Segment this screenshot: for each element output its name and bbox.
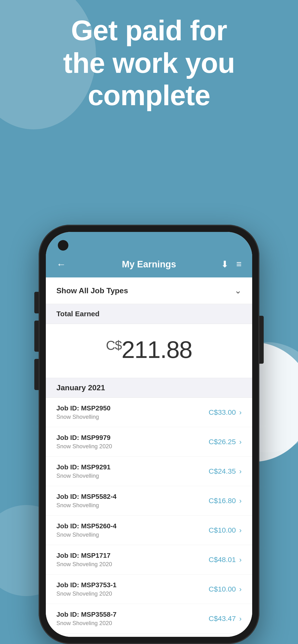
job-item-right: C$26.25 › — [209, 438, 242, 446]
job-chevron-icon: › — [239, 438, 242, 446]
job-list-item[interactable]: Job ID: MSP5582-4 Snow Shovelling C$16.8… — [46, 486, 252, 516]
job-type: Snow Shoveling 2020 — [56, 561, 112, 568]
job-list-item[interactable]: Job ID: MSP3558-7 Snow Shoveling 2020 C$… — [46, 604, 252, 634]
job-id: Job ID: MSP5582-4 — [56, 493, 117, 500]
hero-line2: the work you — [63, 47, 235, 79]
job-chevron-icon: › — [239, 585, 242, 593]
job-chevron-icon: › — [239, 497, 242, 505]
hero-line3: complete — [88, 80, 210, 111]
job-item-right: C$43.47 › — [209, 614, 242, 623]
currency-symbol: C$ — [106, 338, 122, 352]
job-item-right: C$48.01 › — [209, 556, 242, 564]
job-item-left: Job ID: MSP5260-4 Snow Shovelling — [56, 522, 117, 538]
job-type: Snow Shovelling — [56, 472, 111, 479]
volume-mute-button — [34, 292, 39, 314]
job-item-left: Job ID: MSP9291 Snow Shovelling — [56, 463, 111, 479]
job-list-item[interactable]: Job ID: MSP1717 Snow Shoveling 2020 C$48… — [46, 545, 252, 574]
month-header: January 2021 — [46, 378, 252, 398]
job-amount: C$33.00 — [209, 408, 236, 416]
job-item-left: Job ID: MSP9979 Snow Shoveling 2020 — [56, 434, 112, 450]
job-id: Job ID: MSP9291 — [56, 463, 111, 471]
job-id: Job ID: MSP5260-4 — [56, 522, 117, 530]
job-list-item[interactable]: Job ID: MSP9291 Snow Shovelling C$24.35 … — [46, 457, 252, 486]
job-item-left: Job ID: MSP3753-1 Snow Shoveling 2020 — [56, 581, 117, 597]
job-type: Snow Shoveling 2020 — [56, 443, 112, 450]
volume-down-button — [34, 359, 39, 390]
job-item-left: Job ID: MSP2950 Snow Shovelling — [56, 404, 111, 420]
job-id: Job ID: MSP2950 — [56, 404, 111, 412]
job-item-left: Job ID: MSP3558-7 Snow Shoveling 2020 — [56, 611, 117, 626]
total-earned-value: 211.88 — [122, 336, 192, 363]
job-id: Job ID: MSP1717 — [56, 552, 112, 560]
job-item-left: Job ID: MSP5582-4 Snow Shovelling — [56, 493, 117, 509]
job-item-right: C$10.00 › — [209, 526, 242, 534]
phone-screen: ← My Earnings ⬇ ≡ Show All Job Types ⌄ T… — [46, 232, 252, 637]
volume-up-button — [34, 320, 39, 352]
job-type: Snow Shovelling — [56, 532, 117, 538]
job-amount: C$48.01 — [209, 556, 236, 564]
job-chevron-icon: › — [239, 526, 242, 534]
job-amount: C$43.47 — [209, 614, 236, 623]
filter-label: Show All Job Types — [56, 286, 128, 295]
job-item-right: C$33.00 › — [209, 408, 242, 416]
total-earned-section-header: Total Earned — [46, 304, 252, 324]
job-type: Snow Shoveling 2020 — [56, 620, 117, 626]
job-item-right: C$10.00 › — [209, 585, 242, 593]
job-list-item[interactable]: Job ID: MSP2950 Snow Shovelling C$33.00 … — [46, 398, 252, 427]
job-type: Snow Shovelling — [56, 502, 117, 509]
job-id: Job ID: MSP9979 — [56, 434, 112, 442]
app-bar-actions: ⬇ ≡ — [221, 259, 242, 270]
job-amount: C$10.00 — [209, 585, 236, 593]
total-earned-container: C$211.88 — [46, 324, 252, 378]
job-type: Snow Shoveling 2020 — [56, 590, 117, 597]
chevron-down-icon: ⌄ — [234, 286, 242, 296]
job-item-left: Job ID: MSP1717 Snow Shoveling 2020 — [56, 552, 112, 568]
total-earned-amount: C$211.88 — [106, 336, 192, 363]
filter-icon[interactable]: ≡ — [236, 259, 242, 270]
job-amount: C$26.25 — [209, 438, 236, 446]
job-amount: C$10.00 — [209, 526, 236, 534]
camera-dot — [58, 240, 68, 250]
back-button[interactable]: ← — [56, 259, 66, 270]
screen-content: Show All Job Types ⌄ Total Earned C$211.… — [46, 278, 252, 637]
hero-section: Get paid for the work you complete — [0, 14, 298, 112]
job-id: Job ID: MSP3753-1 — [56, 581, 117, 589]
job-list-item[interactable]: Job ID: MSP5260-4 Snow Shovelling C$10.0… — [46, 516, 252, 545]
download-icon[interactable]: ⬇ — [221, 259, 229, 270]
total-earned-label: Total Earned — [56, 310, 99, 318]
app-bar-title: My Earnings — [122, 259, 176, 270]
job-chevron-icon: › — [239, 467, 242, 475]
job-chevron-icon: › — [239, 408, 242, 416]
phone-device: ← My Earnings ⬇ ≡ Show All Job Types ⌄ T… — [39, 225, 259, 644]
month-label: January 2021 — [56, 383, 105, 392]
job-chevron-icon: › — [239, 614, 242, 623]
job-chevron-icon: › — [239, 556, 242, 564]
job-item-right: C$16.80 › — [209, 497, 242, 505]
hero-line1: Get paid for — [71, 14, 227, 46]
job-amount: C$24.35 — [209, 467, 236, 475]
job-list-item[interactable]: Job ID: MSP9979 Snow Shoveling 2020 C$26… — [46, 427, 252, 457]
app-bar: ← My Earnings ⬇ ≡ — [46, 251, 252, 278]
job-item-right: C$24.35 › — [209, 467, 242, 475]
power-button — [259, 316, 264, 364]
job-amount: C$16.80 — [209, 497, 236, 505]
filter-row[interactable]: Show All Job Types ⌄ — [46, 278, 252, 304]
job-list: Job ID: MSP2950 Snow Shovelling C$33.00 … — [46, 398, 252, 634]
job-type: Snow Shovelling — [56, 414, 111, 420]
job-id: Job ID: MSP3558-7 — [56, 611, 117, 618]
job-list-item[interactable]: Job ID: MSP3753-1 Snow Shoveling 2020 C$… — [46, 574, 252, 604]
